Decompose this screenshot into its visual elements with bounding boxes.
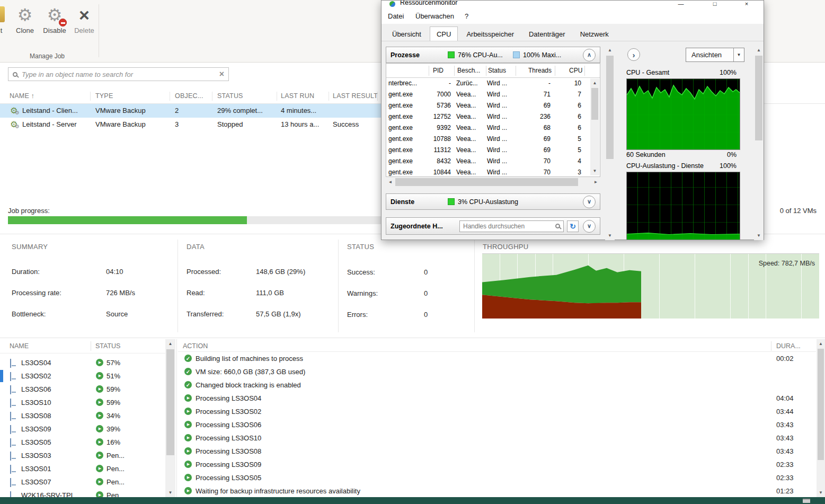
- col-threads[interactable]: Threads: [528, 67, 552, 74]
- action-row[interactable]: Changed block tracking is enabled: [178, 378, 816, 392]
- scroll-up-icon[interactable]: [590, 78, 599, 87]
- scrollbar-thumb[interactable]: [395, 178, 578, 186]
- scroll-down-icon[interactable]: [754, 231, 764, 240]
- column-header-objects[interactable]: OBJEC...: [175, 92, 203, 100]
- vm-row[interactable]: LS3OS09 39%: [0, 422, 165, 436]
- action-row[interactable]: VM size: 660,0 GB (387,3 GB used): [178, 365, 816, 378]
- process-row[interactable]: nterbrec... - Zurüc... Wird ... - 10: [386, 78, 590, 89]
- col-status[interactable]: Status: [488, 67, 506, 74]
- vm-row[interactable]: LS3OS08 34%: [0, 409, 165, 422]
- process-row[interactable]: gent.exe 10788 Veea... Wird ... 69 5: [386, 134, 590, 145]
- menu-datei[interactable]: Datei: [388, 12, 404, 20]
- scroll-up-icon[interactable]: [165, 339, 175, 348]
- scroll-right-icon[interactable]: [591, 177, 600, 187]
- process-table-scrollbar[interactable]: [590, 78, 599, 175]
- column-header-name[interactable]: NAME ↑: [10, 92, 34, 100]
- ansichten-button[interactable]: Ansichten: [686, 48, 744, 62]
- scrollbar-thumb[interactable]: [166, 349, 174, 455]
- expand-panel-icon[interactable]: [627, 48, 640, 61]
- action-row[interactable]: Processing LS3OS08 03:43: [178, 445, 816, 458]
- resmon-tab-1[interactable]: CPU: [430, 26, 458, 41]
- action-row[interactable]: Processing LS3OS04 04:04: [178, 392, 816, 405]
- vm-row[interactable]: W2K16-SRV-TPL Pen: [0, 489, 165, 497]
- vm-row[interactable]: LS3OS10 59%: [0, 396, 165, 409]
- vm-column-status[interactable]: STATUS: [95, 342, 120, 350]
- job-row[interactable]: Leitstand - Clien... VMware Backup 2 29%…: [0, 104, 381, 118]
- action-list-scrollbar[interactable]: [817, 339, 825, 497]
- handles-section-header[interactable]: Zugeordnete H...: [386, 217, 600, 235]
- process-row[interactable]: gent.exe 11312 Veea... Wird ... 69 5: [386, 145, 590, 156]
- process-row[interactable]: gent.exe 10844 Veea... Wird ... 70 3: [386, 167, 590, 176]
- refresh-icon[interactable]: [567, 220, 579, 232]
- col-cpu[interactable]: CPU: [569, 67, 582, 74]
- handles-search-input[interactable]: [463, 223, 552, 230]
- col-beschreibung[interactable]: Besch...: [457, 67, 480, 74]
- menu-ueberwachen[interactable]: Überwachen: [415, 12, 454, 20]
- action-column-action[interactable]: ACTION: [183, 342, 208, 350]
- resmon-middle-scrollbar[interactable]: [605, 46, 615, 240]
- scroll-down-icon[interactable]: [817, 488, 825, 497]
- expand-section-icon[interactable]: [583, 196, 596, 208]
- scrollbar-thumb[interactable]: [755, 56, 762, 140]
- scroll-left-icon[interactable]: [386, 177, 395, 187]
- scroll-up-icon[interactable]: [817, 339, 825, 348]
- vm-row[interactable]: LS3OS05 16%: [0, 436, 165, 449]
- resmon-tab-3[interactable]: Datenträger: [522, 28, 572, 41]
- action-row[interactable]: Processing LS3OS02 03:44: [178, 405, 816, 418]
- action-row[interactable]: Processing LS3OS09 02:33: [178, 458, 816, 471]
- process-row[interactable]: gent.exe 9392 Veea... Wird ... 68 6: [386, 122, 590, 134]
- scrollbar-thumb[interactable]: [591, 88, 598, 120]
- column-header-status[interactable]: STATUS: [217, 92, 243, 100]
- dienste-section-header[interactable]: Dienste 3% CPU-Auslastung: [386, 193, 600, 210]
- process-row[interactable]: gent.exe 8432 Veea... Wird ... 70 4: [386, 156, 590, 167]
- action-row[interactable]: Processing LS3OS05 02:33: [178, 471, 816, 484]
- resmon-right-scrollbar[interactable]: [754, 46, 764, 240]
- prozesse-section-header[interactable]: Prozesse 76% CPU-Au... 100% Maxi...: [386, 47, 600, 63]
- scrollbar-thumb[interactable]: [818, 349, 824, 460]
- process-table-hscrollbar[interactable]: [386, 177, 600, 187]
- chevron-down-icon[interactable]: [733, 48, 744, 61]
- vm-row[interactable]: LS3OS04 57%: [0, 356, 165, 369]
- scroll-down-icon[interactable]: [165, 488, 175, 497]
- resmon-tab-2[interactable]: Arbeitsspeicher: [460, 28, 520, 41]
- action-row[interactable]: Processing LS3OS06 03:43: [178, 418, 816, 431]
- action-column-duration[interactable]: DURA...: [776, 342, 801, 350]
- scroll-up-icon[interactable]: [754, 46, 764, 55]
- collapse-section-icon[interactable]: [583, 49, 596, 61]
- job-row[interactable]: Leitstand - Server VMware Backup 3 Stopp…: [0, 118, 381, 131]
- resmon-titlebar[interactable]: Ressourcenmonitor — □ ×: [382, 1, 764, 8]
- action-row[interactable]: Waiting for backup infrastructure resour…: [178, 484, 816, 497]
- close-icon[interactable]: ×: [738, 1, 755, 8]
- column-header-last-result[interactable]: LAST RESULT: [333, 92, 378, 100]
- expand-section-icon[interactable]: [583, 220, 596, 233]
- search-clear-icon[interactable]: ×: [219, 70, 224, 78]
- scroll-down-icon[interactable]: [605, 231, 615, 240]
- process-row[interactable]: gent.exe 12752 Veea... Wird ... 236 6: [386, 111, 590, 122]
- vm-row[interactable]: LS3OS01 Pen...: [0, 462, 165, 475]
- delete-button[interactable]: Delete: [70, 3, 99, 34]
- vm-row[interactable]: LS3OS02 51%: [0, 369, 165, 383]
- scroll-up-icon[interactable]: [605, 46, 615, 55]
- vm-row[interactable]: LS3OS03 Pen...: [0, 449, 165, 462]
- scroll-down-icon[interactable]: [590, 166, 599, 175]
- action-row[interactable]: Processing LS3OS10 03:43: [178, 431, 816, 445]
- action-row[interactable]: Building list of machines to process 00:…: [178, 352, 816, 365]
- resmon-tab-4[interactable]: Netzwerk: [574, 28, 615, 41]
- column-header-type[interactable]: TYPE: [95, 92, 113, 100]
- search-input[interactable]: [22, 70, 215, 78]
- clone-button[interactable]: Clone: [11, 3, 39, 34]
- vm-list-scrollbar[interactable]: [165, 339, 175, 497]
- col-pid[interactable]: PID: [433, 67, 443, 74]
- resmon-tab-0[interactable]: Übersicht: [386, 28, 428, 41]
- disable-button[interactable]: Disable: [40, 3, 69, 34]
- maximize-icon[interactable]: □: [706, 1, 723, 8]
- menu-help[interactable]: ?: [465, 12, 468, 20]
- vm-row[interactable]: LS3OS07 Pen...: [0, 475, 165, 489]
- column-header-last-run[interactable]: LAST RUN: [281, 92, 314, 100]
- minimize-icon[interactable]: —: [672, 1, 689, 8]
- process-row[interactable]: gent.exe 5736 Veea... Wird ... 69 6: [386, 100, 590, 111]
- edit-button[interactable]: it: [0, 3, 8, 34]
- scrollbar-thumb[interactable]: [606, 56, 614, 159]
- vm-column-name[interactable]: NAME: [10, 342, 29, 350]
- process-row[interactable]: gent.exe 7000 Veea... Wird ... 71 7: [386, 89, 590, 100]
